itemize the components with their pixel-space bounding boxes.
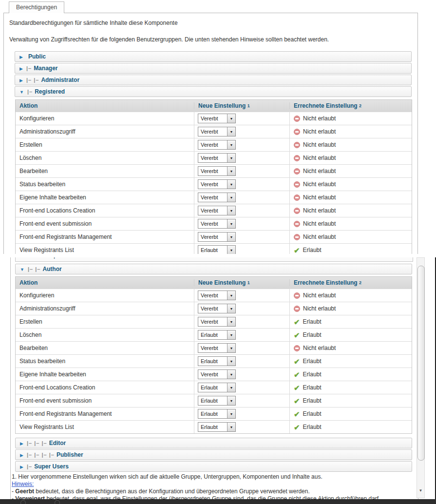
dropdown-arrow-icon[interactable]: ▼ bbox=[227, 396, 235, 405]
permission-row: View Registrants List Erlaubt ▼ ✔ Erlaub… bbox=[16, 420, 412, 433]
dropdown-arrow-icon[interactable]: ▼ bbox=[227, 180, 235, 189]
dropdown-arrow-icon[interactable]: ▼ bbox=[227, 193, 235, 202]
setting-select-value: Erlaubt bbox=[198, 385, 227, 390]
result-label: Nicht erlaubt bbox=[303, 207, 336, 214]
dropdown-arrow-icon[interactable]: ▼ bbox=[227, 344, 235, 352]
dropdown-arrow-icon[interactable]: ▼ bbox=[227, 140, 235, 149]
group-header[interactable]: ▶|– |– |–Editor bbox=[15, 438, 412, 448]
group-header[interactable]: ▶Public bbox=[15, 51, 412, 62]
footnote-verweigert: - Verweigert bedeutet, dass egal, was di… bbox=[12, 495, 418, 499]
result-label: Erlaubt bbox=[303, 358, 322, 365]
dropdown-arrow-icon[interactable]: ▼ bbox=[227, 291, 235, 300]
dropdown-arrow-icon[interactable]: ▼ bbox=[227, 317, 235, 326]
dropdown-arrow-icon[interactable]: ▼ bbox=[227, 357, 235, 366]
permissions-panel-top: Standardberechtigungen für sämtliche Inh… bbox=[3, 13, 418, 254]
setting-select[interactable]: Vererbt ▼ bbox=[198, 114, 236, 123]
group-header[interactable]: ▶|– |–Administrator bbox=[15, 75, 412, 85]
result-label: Nicht erlaubt bbox=[303, 181, 336, 188]
tab-berechtigungen[interactable]: Berechtigungen bbox=[9, 1, 64, 13]
dropdown-arrow-icon[interactable]: ▼ bbox=[227, 330, 235, 339]
action-label: View Registrants List bbox=[16, 421, 194, 433]
denied-circle-icon bbox=[294, 116, 300, 122]
permissions-scroll-area-top: Berechtigungen Standardberechtigungen fü… bbox=[0, 0, 420, 254]
setting-select[interactable]: Vererbt ▼ bbox=[198, 232, 236, 242]
dropdown-arrow-icon[interactable]: ▼ bbox=[227, 154, 235, 162]
setting-select[interactable]: Vererbt ▼ bbox=[198, 153, 236, 163]
setting-select[interactable]: Erlaubt ▼ bbox=[198, 330, 236, 340]
dropdown-arrow-icon[interactable]: ▼ bbox=[227, 304, 235, 313]
setting-select[interactable]: Erlaubt ▼ bbox=[198, 396, 236, 406]
dropdown-arrow-icon[interactable]: ▼ bbox=[227, 370, 235, 379]
setting-select[interactable]: Erlaubt ▼ bbox=[198, 356, 236, 366]
dropdown-arrow-icon[interactable]: ▼ bbox=[227, 423, 235, 431]
setting-select[interactable]: Vererbt ▼ bbox=[198, 193, 236, 202]
setting-select-value: Vererbt bbox=[198, 168, 227, 174]
scrollbar-track-bottom[interactable]: ▼ bbox=[417, 257, 425, 498]
setting-select[interactable]: Vererbt ▼ bbox=[198, 343, 236, 353]
dropdown-arrow-icon[interactable]: ▼ bbox=[227, 167, 235, 175]
setting-select-value: Vererbt bbox=[198, 194, 227, 200]
setting-select[interactable]: Vererbt ▼ bbox=[198, 179, 236, 189]
result-label: Nicht erlaubt bbox=[303, 155, 336, 161]
denied-circle-icon bbox=[294, 221, 300, 227]
dropdown-arrow-icon[interactable]: ▼ bbox=[227, 233, 235, 241]
result-label: Nicht erlaubt bbox=[303, 345, 336, 351]
setting-select-value: Erlaubt bbox=[198, 358, 227, 364]
dropdown-arrow-icon[interactable]: ▼ bbox=[227, 114, 235, 123]
result-label: Nicht erlaubt bbox=[303, 305, 336, 312]
dropdown-arrow-icon[interactable]: ▼ bbox=[227, 219, 235, 228]
top-expanded-group-slot: ▼|–Registered bbox=[15, 86, 412, 97]
group-label: Registered bbox=[35, 88, 65, 95]
setting-select[interactable]: Erlaubt ▼ bbox=[198, 245, 236, 254]
setting-select[interactable]: Vererbt ▼ bbox=[198, 291, 236, 300]
group-label: Public bbox=[28, 53, 46, 60]
permission-row: Front-end event submission Erlaubt ▼ ✔ E… bbox=[16, 394, 412, 407]
footnote-1: 1. Hier vorgenommene Einstellungen wirke… bbox=[12, 473, 418, 481]
dropdown-arrow-icon[interactable]: ▼ bbox=[227, 127, 235, 136]
setting-select[interactable]: Vererbt ▼ bbox=[198, 219, 236, 229]
group-header[interactable]: ▼|– |–Author bbox=[15, 264, 412, 274]
group-label: Administrator bbox=[41, 77, 79, 83]
setting-select[interactable]: Erlaubt ▼ bbox=[198, 383, 236, 392]
dropdown-arrow-icon[interactable]: ▼ bbox=[227, 246, 235, 254]
denied-circle-icon bbox=[294, 306, 300, 312]
setting-select-value: Vererbt bbox=[198, 155, 227, 161]
expand-arrow-icon: ▶ bbox=[19, 78, 23, 83]
result-label: Nicht erlaubt bbox=[303, 233, 336, 240]
setting-select[interactable]: Vererbt ▼ bbox=[198, 369, 236, 379]
group-label: Super Users bbox=[34, 463, 69, 470]
setting-select[interactable]: Vererbt ▼ bbox=[198, 317, 236, 327]
hint-link[interactable]: Hinweis: bbox=[12, 481, 34, 487]
setting-select[interactable]: Vererbt ▼ bbox=[198, 166, 236, 176]
circle-icon bbox=[20, 500, 26, 504]
result-label: Erlaubt bbox=[303, 371, 322, 378]
denied-circle-icon bbox=[294, 234, 300, 240]
dropdown-arrow-icon[interactable]: ▼ bbox=[227, 409, 235, 418]
setting-select[interactable]: Vererbt ▼ bbox=[198, 304, 236, 313]
denied-circle-icon bbox=[294, 194, 300, 201]
result-label: Nicht erlaubt bbox=[303, 292, 336, 299]
permission-row: Konfigurieren Vererbt ▼ Nicht erlaubt bbox=[16, 289, 412, 302]
setting-select[interactable]: Vererbt ▼ bbox=[198, 206, 236, 215]
setting-select[interactable]: Erlaubt ▼ bbox=[198, 422, 236, 432]
scrollbar-thumb-bottom[interactable] bbox=[417, 266, 425, 461]
setting-select[interactable]: Vererbt ▼ bbox=[198, 140, 236, 150]
setting-select[interactable]: Vererbt ▼ bbox=[198, 127, 236, 136]
column-header-new-setting: Neue Einstellung 1 bbox=[194, 102, 289, 109]
group-header[interactable]: ▼|–Registered bbox=[15, 86, 412, 97]
setting-select-value: Vererbt bbox=[198, 221, 227, 227]
group-header[interactable]: ▶|– |– |– |–Publisher bbox=[15, 449, 412, 460]
permission-row: Eigene Inhalte bearbeiten Vererbt ▼ Nich… bbox=[16, 191, 412, 204]
action-label: Erstellen bbox=[16, 138, 194, 151]
setting-select-value: Vererbt bbox=[198, 181, 227, 187]
scroll-down-button-bottom[interactable]: ▼ bbox=[417, 488, 424, 493]
dropdown-arrow-icon[interactable]: ▼ bbox=[227, 383, 235, 392]
denied-circle-icon bbox=[294, 292, 300, 299]
setting-select-value: Vererbt bbox=[198, 319, 227, 325]
group-header[interactable]: ▶|–Super Users bbox=[15, 461, 412, 472]
group-header[interactable]: ▶|–Manager bbox=[15, 63, 412, 74]
setting-select[interactable]: Erlaubt ▼ bbox=[198, 409, 236, 419]
action-label: Front-end Registrants Management bbox=[16, 231, 194, 243]
dropdown-arrow-icon[interactable]: ▼ bbox=[227, 206, 235, 215]
bottom-table-body: Konfigurieren Vererbt ▼ Nicht erlaubt Ad… bbox=[16, 289, 412, 433]
